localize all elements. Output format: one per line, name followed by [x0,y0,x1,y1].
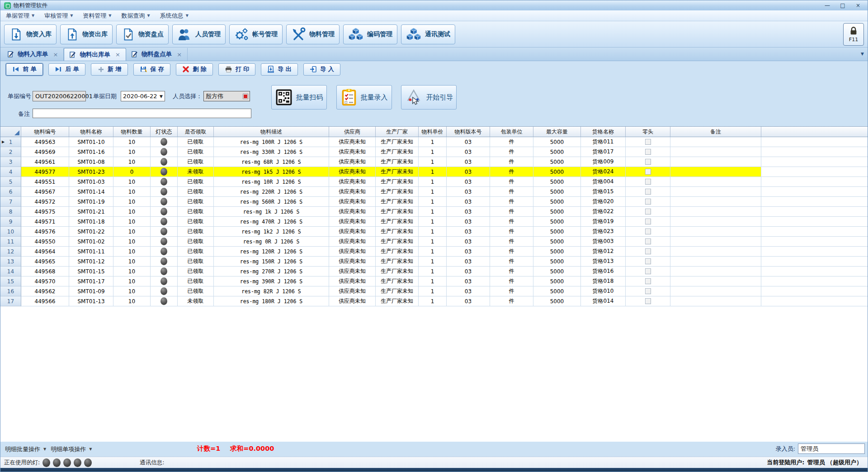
save-button[interactable]: 保 存 [133,63,170,76]
menu-item-data-mgmt[interactable]: 资料管理▼ [83,12,111,20]
col-header-code[interactable]: 物料编号 [21,127,69,137]
col-header-shelf[interactable]: 货格名称 [581,127,626,137]
col-header-maker[interactable]: 生产厂家 [376,127,419,137]
odd-checkbox[interactable] [645,159,651,165]
table-row[interactable]: 15449570SMT01-1710已领取res-mg 390R J 1206 … [0,277,868,286]
row-header-cell[interactable]: 5 [0,177,21,187]
print-button[interactable]: 打 印 [218,63,255,76]
note-field[interactable] [33,109,251,118]
material-mgmt-button[interactable]: 物料管理 [286,24,340,44]
menu-item-query[interactable]: 数据查询▼ [121,12,150,20]
table-row[interactable]: 11449550SMT01-0210已领取res-mg 0R J 1206 S供… [0,237,868,247]
row-header-cell[interactable]: 10 [0,227,21,237]
col-header-price[interactable]: 物料单价 [419,127,447,137]
odd-checkbox[interactable] [645,248,651,254]
odd-checkbox[interactable] [645,288,651,294]
row-header-cell[interactable]: 3 [0,157,21,167]
tab-stock-out-order[interactable]: 物料出库单 × [64,48,126,61]
table-row[interactable]: 2449569SMT01-1610已领取res-mg 330R J 1206 S… [0,147,868,157]
col-header-odd[interactable]: 零头 [626,127,670,137]
menu-item-system-info[interactable]: 系统信息▼ [160,12,189,20]
table-row[interactable]: 1▶449563SMT01-1010已领取res-mg 100R J 1206 … [0,137,868,147]
table-row[interactable]: 10449576SMT01-2210已领取res-mg 1k2 J 1206 S… [0,227,868,237]
row-header-cell[interactable]: 1▶ [0,137,21,147]
table-row[interactable]: 3449561SMT01-0810已领取res-mg 68R J 1206 S供… [0,157,868,167]
stock-in-button[interactable]: 物资入库 [4,24,57,44]
person-field[interactable]: 殷方伟 [203,91,250,101]
lock-f11-button[interactable]: F11 [843,23,864,46]
operator-field[interactable]: 管理员 [798,443,865,454]
odd-checkbox[interactable] [645,179,651,185]
close-icon[interactable]: × [53,51,58,58]
odd-checkbox[interactable] [645,199,651,205]
table-row[interactable]: 12449564SMT01-1110已领取res-mg 120R J 1206 … [0,247,868,257]
row-header-cell[interactable]: 17 [0,296,21,306]
col-header-qty[interactable]: 物料数量 [113,127,151,137]
close-icon[interactable]: × [177,51,182,58]
row-header-cell[interactable]: 16 [0,286,21,296]
next-order-button[interactable]: 后 单 [48,63,85,76]
table-row[interactable]: 8449575SMT01-2110已领取res-mg 1k J 1206 S供应… [0,207,868,217]
col-header-version[interactable]: 物料版本号 [447,127,490,137]
odd-checkbox[interactable] [645,258,651,264]
close-icon[interactable]: × [115,51,120,58]
col-header-unit[interactable]: 包装单位 [490,127,533,137]
table-row[interactable]: 7449572SMT01-1910已领取res-mg 560R J 1206 S… [0,197,868,207]
person-picker-button[interactable] [243,94,248,99]
table-row[interactable]: 13449565SMT01-1210已领取res-mg 150R J 1206 … [0,257,868,267]
select-all-corner-cell[interactable] [0,127,21,137]
tab-overflow-button[interactable]: ▼ [861,52,864,56]
col-header-name[interactable]: 物料名称 [69,127,113,137]
minimize-button[interactable]: — [823,2,831,9]
export-button[interactable]: 导 出 [261,63,298,76]
row-header-cell[interactable]: 2 [0,147,21,157]
account-mgmt-button[interactable]: 帐号管理 [229,24,283,44]
stock-check-button[interactable]: 物资盘点 [116,24,169,44]
odd-checkbox[interactable] [645,268,651,274]
prev-order-button[interactable]: 前 单 [6,63,43,76]
odd-checkbox[interactable] [645,278,651,284]
table-row[interactable]: 17449566SMT01-1310未领取res-mg 180R J 1206 … [0,296,868,306]
add-button[interactable]: 新 增 [91,63,128,76]
odd-checkbox[interactable] [645,238,651,244]
batch-entry-button[interactable]: 批量录入 [336,85,392,110]
col-header-capacity[interactable]: 最大容量 [533,127,581,137]
detail-batch-ops-button[interactable]: 明细批量操作▼ [5,445,46,453]
tab-stock-in-order[interactable]: 物料入库单 × [2,48,64,61]
odd-checkbox[interactable] [645,149,651,155]
odd-checkbox[interactable] [645,139,651,145]
start-guide-button[interactable]: 开始引导 [401,85,457,110]
batch-scan-button[interactable]: 批量扫码 [271,85,327,110]
table-row[interactable]: 4449577SMT01-230未领取res-mg 1k5 J 1206 S供应… [0,167,868,177]
table-row[interactable]: 5449551SMT01-0310已领取res-mg 10R J 1206 S供… [0,177,868,187]
table-row[interactable]: 9449571SMT01-1810已领取res-mg 470R J 1206 S… [0,217,868,227]
table-row[interactable]: 16449562SMT01-0910已领取res-mg 82R J 1206 S… [0,286,868,296]
row-header-cell[interactable]: 7 [0,197,21,207]
odd-checkbox[interactable] [645,189,651,195]
row-header-cell[interactable]: 4 [0,167,21,177]
odd-checkbox[interactable] [645,209,651,215]
order-no-field[interactable]: OUT202006220001 [33,91,86,101]
col-header-lamp[interactable]: 灯状态 [151,127,178,137]
row-header-cell[interactable]: 11 [0,237,21,247]
stock-out-button[interactable]: 物资出库 [60,24,113,44]
row-header-cell[interactable]: 9 [0,217,21,227]
personnel-mgmt-button[interactable]: 人员管理 [172,24,226,44]
menu-item-order-mgmt[interactable]: 单据管理▼ [6,12,34,20]
import-button[interactable]: 导 入 [303,63,340,76]
menu-item-audit-mgmt[interactable]: 审核管理▼ [44,12,73,20]
col-header-desc[interactable]: 物料描述 [214,127,329,137]
delete-button[interactable]: 删 除 [176,63,213,76]
tab-stock-check-order[interactable]: 物料盘点单 × [126,48,188,61]
maximize-button[interactable]: □ [839,2,847,9]
row-header-cell[interactable]: 12 [0,247,21,257]
odd-checkbox[interactable] [645,229,651,234]
row-header-cell[interactable]: 6 [0,187,21,197]
odd-checkbox[interactable] [645,219,651,224]
col-header-supplier[interactable]: 供应商 [329,127,376,137]
comm-test-button[interactable]: 通讯测试 [401,24,455,44]
order-date-select[interactable]: 2020-06-22 ▼ [121,91,165,101]
col-header-note[interactable]: 备注 [670,127,761,137]
odd-checkbox[interactable] [645,298,651,304]
table-row[interactable]: 6449567SMT01-1410已领取res-mg 220R J 1206 S… [0,187,868,197]
